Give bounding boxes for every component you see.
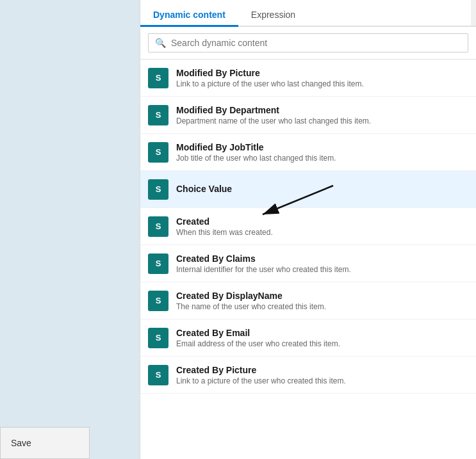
- item-text: CreatedWhen this item was created.: [176, 216, 468, 237]
- item-description: When this item was created.: [176, 228, 468, 237]
- item-icon: S: [148, 142, 168, 163]
- list-item[interactable]: SChoice Value: [140, 171, 476, 208]
- list-item[interactable]: SModified By PictureLink to a picture of…: [140, 60, 476, 97]
- item-description: Job title of the user who last changed t…: [176, 154, 468, 163]
- search-icon: 🔍: [155, 38, 166, 48]
- list-item[interactable]: SCreated By PictureLink to a picture of …: [140, 357, 476, 394]
- item-icon: S: [148, 179, 168, 200]
- list-item[interactable]: SCreated By ClaimsInternal identifier fo…: [140, 245, 476, 282]
- search-area: 🔍: [140, 27, 476, 60]
- search-box: 🔍: [148, 33, 468, 52]
- save-button[interactable]: Save: [11, 438, 31, 448]
- item-text: Choice Value: [176, 184, 468, 195]
- item-description: Department name of the user who last cha…: [176, 117, 468, 125]
- item-title: Modified By Picture: [176, 68, 468, 78]
- item-icon: S: [148, 216, 168, 237]
- dropdown-panel: Dynamic content Expression 🔍 SModified B…: [140, 0, 476, 459]
- item-text: Modified By PictureLink to a picture of …: [176, 68, 468, 88]
- item-icon: S: [148, 68, 168, 88]
- left-panel: [0, 0, 140, 459]
- tabs-row: Dynamic content Expression: [140, 0, 476, 27]
- item-description: Email address of the user who created th…: [176, 339, 468, 348]
- scrollbar-top: [471, 0, 476, 26]
- list-item[interactable]: SCreated By EmailEmail address of the us…: [140, 319, 476, 357]
- item-icon: S: [148, 254, 168, 274]
- tab-dynamic-content[interactable]: Dynamic content: [140, 4, 238, 27]
- item-text: Created By EmailEmail address of the use…: [176, 328, 468, 348]
- item-icon: S: [148, 105, 168, 125]
- save-button-area: Save: [0, 427, 90, 459]
- list-item[interactable]: SModified By DepartmentDepartment name o…: [140, 97, 476, 134]
- item-title: Created By DisplayName: [176, 291, 468, 301]
- item-description: Link to a picture of the user who last c…: [176, 79, 468, 88]
- item-text: Created By PictureLink to a picture of t…: [176, 365, 468, 385]
- item-icon: S: [148, 291, 168, 311]
- items-list: SModified By PictureLink to a picture of…: [140, 60, 476, 459]
- list-item[interactable]: SModified By JobTitleJob title of the us…: [140, 134, 476, 171]
- item-title: Created By Claims: [176, 254, 468, 264]
- item-description: Link to a picture of the user who create…: [176, 376, 468, 385]
- item-title: Created: [176, 216, 468, 227]
- list-item[interactable]: SCreatedWhen this item was created.: [140, 208, 476, 245]
- item-text: Created By DisplayNameThe name of the us…: [176, 291, 468, 311]
- item-text: Modified By DepartmentDepartment name of…: [176, 105, 468, 125]
- item-text: Modified By JobTitleJob title of the use…: [176, 142, 468, 163]
- item-title: Choice Value: [176, 184, 468, 194]
- item-title: Modified By Department: [176, 105, 468, 115]
- item-title: Created By Email: [176, 328, 468, 338]
- search-input[interactable]: [171, 38, 461, 48]
- item-icon: S: [148, 365, 168, 385]
- item-description: The name of the user who created this it…: [176, 302, 468, 311]
- item-description: Internal identifier for the user who cre…: [176, 265, 468, 274]
- item-title: Modified By JobTitle: [176, 142, 468, 152]
- item-icon: S: [148, 328, 168, 348]
- tab-expression[interactable]: Expression: [238, 4, 308, 27]
- item-text: Created By ClaimsInternal identifier for…: [176, 254, 468, 274]
- list-item[interactable]: SCreated By DisplayNameThe name of the u…: [140, 282, 476, 319]
- item-title: Created By Picture: [176, 365, 468, 375]
